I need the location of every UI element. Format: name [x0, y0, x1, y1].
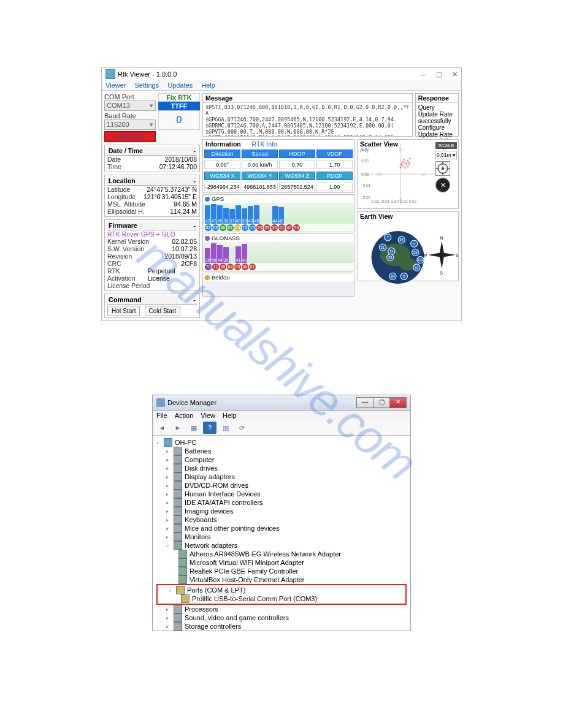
expand-icon[interactable]: ▸	[166, 474, 171, 480]
hot-start-button[interactable]: Hot Start	[107, 306, 140, 316]
expand-icon[interactable]: ▸	[166, 509, 171, 514]
tree-item[interactable]: ▸Processors	[156, 605, 407, 613]
svg-text:0.01: 0.01	[361, 159, 369, 163]
tree-item[interactable]: ▸Keyboards	[156, 515, 407, 524]
info-cell: PDOP	[316, 172, 353, 180]
tree-item[interactable]: Realtek PCIe GBE Family Controller	[156, 567, 407, 575]
svg-text:S: S	[440, 271, 443, 276]
device-icon	[174, 507, 182, 515]
target-icon[interactable]	[435, 161, 450, 176]
close-button[interactable]: ✕	[452, 70, 458, 78]
comport-select[interactable]: COM13▾	[104, 100, 156, 111]
maximize-button[interactable]: ▢	[373, 397, 390, 408]
sat-bar: 50	[211, 243, 216, 263]
tree-item[interactable]: ▸Human Interface Devices	[156, 490, 407, 498]
close-button[interactable]: ✕	[389, 397, 407, 408]
expand-icon[interactable]: ▸	[166, 491, 171, 497]
rtkinfo-tab[interactable]: RTK Info.	[252, 140, 279, 148]
show-icon[interactable]: ▦	[187, 422, 201, 434]
svg-text:33: 33	[388, 256, 392, 259]
tree-item[interactable]: Network adapters	[185, 542, 237, 549]
help-icon[interactable]: ?	[203, 422, 216, 434]
expand-icon[interactable]: ▸	[166, 449, 171, 454]
collapse-icon[interactable]: -	[194, 177, 196, 184]
svg-point-14	[407, 160, 408, 161]
minimize-button[interactable]: —	[356, 397, 373, 408]
sat-id: 71	[212, 264, 219, 270]
collapse-icon[interactable]: -	[193, 296, 196, 303]
device-icon	[174, 472, 182, 481]
sat-bar: 37	[229, 209, 235, 224]
device-tree[interactable]: ▿OH-PC ▸Batteries▸Computer▸Disk drives▸D…	[153, 436, 410, 631]
device-icon	[174, 498, 182, 507]
tree-item[interactable]: ▸Sound, video and game controllers	[156, 613, 407, 622]
ttff-label: TTFF	[158, 102, 200, 110]
cold-start-button[interactable]: Cold Start	[145, 306, 180, 316]
tree-item[interactable]: ▸DVD/CD-ROM drives	[156, 481, 407, 490]
sat-id: 06	[220, 224, 226, 231]
message-log[interactable]: $PSTI,033,071246.600,081018,1,R,0,G1,0.0…	[203, 102, 412, 136]
menu-settings[interactable]: Settings	[134, 82, 159, 89]
svg-text:0.02: 0.02	[361, 147, 369, 151]
tree-item[interactable]: VirtualBox Host-Only Ethernet Adapter	[156, 575, 407, 584]
expand-icon[interactable]: ▿	[169, 588, 174, 593]
ports-icon	[176, 586, 185, 594]
svg-point-28	[442, 167, 445, 170]
tree-item[interactable]: ▸Mice and other pointing devices	[156, 524, 407, 533]
expand-icon[interactable]: ▸	[166, 607, 171, 612]
expand-icon[interactable]: ▿	[156, 440, 161, 446]
response-log[interactable]: Query Update Rate successfully Configure…	[416, 102, 458, 136]
disconnect-button[interactable]: Disconnect	[104, 131, 156, 142]
tree-item[interactable]: Atheros AR9485WB-EG Wireless Network Ada…	[156, 550, 407, 558]
collapse-icon[interactable]: -	[194, 147, 196, 154]
menu-file[interactable]: File	[156, 412, 167, 419]
scan-icon[interactable]: ▥	[219, 422, 232, 434]
tree-item[interactable]: ▸IDE ATA/ATAPI controllers	[156, 498, 407, 507]
tree-item[interactable]: ▸Computer	[156, 455, 407, 464]
back-icon[interactable]: ◄	[155, 422, 169, 434]
scale-select[interactable]: 0.01m ▾	[435, 151, 457, 159]
expand-icon[interactable]: ▸	[166, 483, 171, 488]
port-item[interactable]: Prolific USB-to-Serial Comm Port (COM3)	[192, 595, 317, 602]
svg-point-21	[407, 166, 408, 167]
svg-point-22	[402, 161, 403, 162]
collapse-icon[interactable]: -	[194, 222, 196, 229]
refresh-icon[interactable]: ⟳	[235, 422, 248, 434]
tree-item[interactable]: ▸Storage controllers	[156, 622, 407, 631]
expand-icon[interactable]: ▿	[166, 543, 171, 548]
tree-item[interactable]: ▸Batteries	[156, 447, 407, 455]
cancel-icon[interactable]: ✕	[435, 178, 450, 192]
forward-icon[interactable]: ►	[171, 422, 185, 434]
glonass-panel: GLONASS 365044394149 70718084858687	[202, 233, 354, 271]
menu-updates[interactable]: Updates	[167, 82, 193, 89]
tree-item-ports[interactable]: Ports (COM & LPT)	[187, 586, 245, 594]
menu-action[interactable]: Action	[175, 412, 194, 419]
expand-icon[interactable]: ▸	[166, 466, 171, 471]
device-icon	[174, 490, 182, 498]
menu-help[interactable]: Help	[201, 82, 215, 89]
expand-icon[interactable]: ▸	[166, 526, 171, 531]
maximize-button[interactable]: ▢	[436, 70, 442, 78]
rtk-window: Rtk Viewer - 1.0.0.0 — ▢ ✕ Viewer Settin…	[101, 67, 462, 321]
tree-item[interactable]: ▸Imaging devices	[156, 507, 407, 515]
svg-point-19	[409, 158, 410, 159]
expand-icon[interactable]: ▸	[166, 615, 171, 621]
sat-id: 30	[271, 224, 278, 231]
expand-icon[interactable]: ▸	[166, 517, 171, 523]
menu-viewer[interactable]: Viewer	[105, 82, 126, 89]
tree-root[interactable]: OH-PC	[175, 439, 196, 446]
menu-view[interactable]: View	[201, 412, 215, 419]
tree-item[interactable]: ▸Disk drives	[156, 464, 407, 472]
window-title: Device Manager	[167, 399, 216, 406]
sat-id: 87	[249, 264, 256, 270]
tree-item[interactable]: ▸Display adapters	[156, 472, 407, 481]
baud-select[interactable]: 115200▾	[104, 119, 156, 130]
expand-icon[interactable]: ▸	[166, 500, 171, 506]
expand-icon[interactable]: ▸	[166, 534, 171, 540]
expand-icon[interactable]: ▸	[166, 457, 171, 463]
expand-icon[interactable]: ▸	[166, 624, 171, 629]
tree-item[interactable]: Microsoft Virtual WiFi Miniport Adapter	[156, 558, 407, 567]
tree-item[interactable]: ▸Monitors	[156, 533, 407, 541]
minimize-button[interactable]: —	[419, 70, 426, 78]
menu-help[interactable]: Help	[223, 412, 237, 419]
